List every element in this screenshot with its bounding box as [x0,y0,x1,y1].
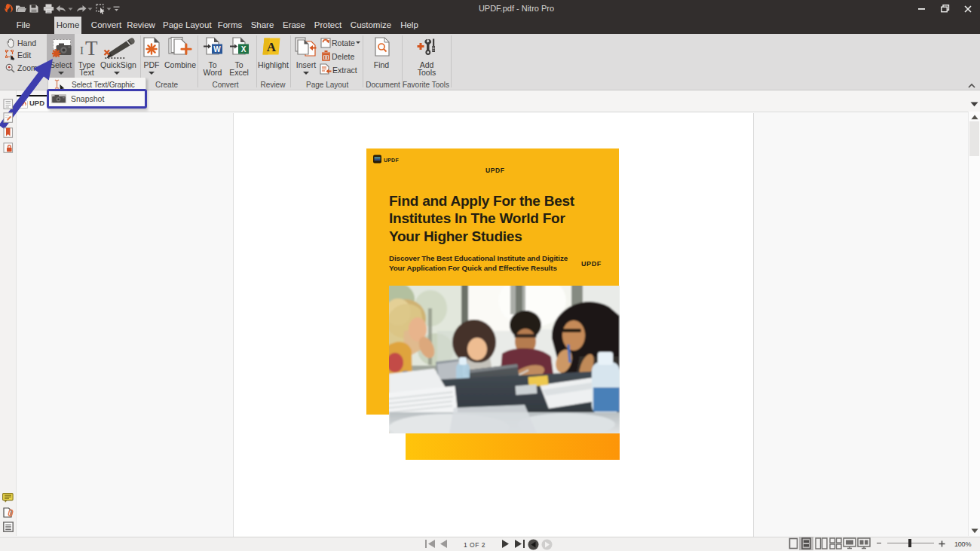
svg-text:A: A [267,40,277,54]
svg-text:UPDF: UPDF [384,158,399,163]
svg-text:T: T [85,38,98,57]
svg-text:I: I [80,44,84,57]
svg-text:W: W [213,45,221,54]
svg-text:X: X [241,45,247,54]
